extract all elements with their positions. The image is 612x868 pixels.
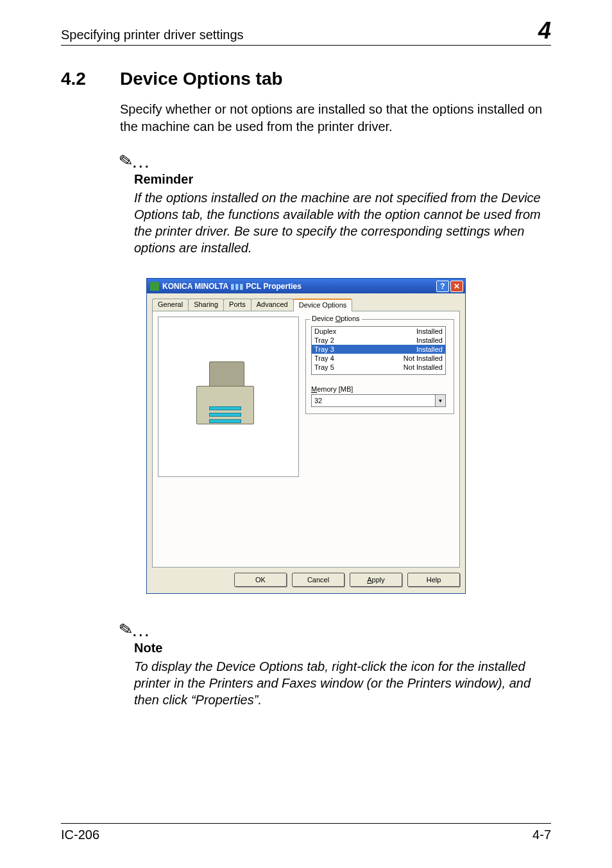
memory-dropdown[interactable]: 32 ▼ [311,394,446,407]
ok-button[interactable]: OK [234,573,287,587]
list-item[interactable]: DuplexInstalled [312,327,445,336]
cancel-button[interactable]: Cancel [292,573,344,587]
device-options-label: Device Options [310,315,362,322]
close-button[interactable]: ✕ [450,281,463,292]
running-header-text: Specifying printer driver settings [61,28,244,42]
footer-left: IC-206 [61,828,99,842]
section-number: 4.2 [61,69,99,89]
pencil-icon: ✎ [117,618,134,640]
tab-body: Device Options DuplexInstalled Tray 2Ins… [152,311,460,568]
title-bar: KONICA MINOLTA ▮▮▮ PCL Properties ? ✕ [147,279,465,293]
help-button-bottom[interactable]: Help [407,573,460,587]
apply-button[interactable]: Apply [350,573,402,587]
note-heading: Note [134,641,551,655]
list-item[interactable]: Tray 4Not Installed [312,354,445,363]
app-icon [150,282,159,291]
properties-dialog: KONICA MINOLTA ▮▮▮ PCL Properties ? ✕ Ge… [146,278,466,594]
tab-advanced[interactable]: Advanced [251,299,294,311]
chapter-number: 4 [538,19,551,42]
reminder-heading: Reminder [134,172,551,187]
printer-preview [158,317,299,477]
section-intro: Specify whether or not options are insta… [120,101,551,135]
dialog-buttons: OK Cancel Apply Help [147,573,465,593]
reminder-body: If the options installed on the machine … [134,189,551,256]
footer-right: 4-7 [532,828,551,842]
help-button[interactable]: ? [436,281,449,292]
list-item[interactable]: Tray 3Installed [312,345,445,354]
window-title: KONICA MINOLTA ▮▮▮ PCL Properties [162,282,435,291]
tab-general[interactable]: General [152,299,189,311]
pencil-icon: ✎ [117,150,134,171]
memory-value: 32 [312,397,435,404]
page-footer: IC-206 4-7 [61,823,551,842]
tab-ports[interactable]: Ports [223,299,251,311]
memory-label: Memory [MB] [311,385,448,393]
tab-strip: General Sharing Ports Advanced Device Op… [147,293,465,311]
ellipsis-icon: ... [133,625,151,639]
running-header: Specifying printer driver settings 4 [61,19,551,46]
device-options-list[interactable]: DuplexInstalled Tray 2Installed Tray 3In… [311,326,446,375]
reminder-callout: ✎... Reminder If the options installed o… [119,151,551,256]
device-options-group: Device Options DuplexInstalled Tray 2Ins… [305,319,454,414]
chevron-down-icon: ▼ [435,395,445,406]
tab-sharing[interactable]: Sharing [188,299,224,311]
list-item[interactable]: Tray 5Not Installed [312,363,445,372]
note-callout: ✎... Note To display the Device Options … [119,620,551,708]
tab-device-options[interactable]: Device Options [293,299,353,311]
section-heading: 4.2 Device Options tab [61,69,551,89]
list-item[interactable]: Tray 2Installed [312,336,445,345]
note-body: To display the Device Options tab, right… [134,658,551,708]
printer-icon [193,361,264,432]
ellipsis-icon: ... [133,156,151,170]
section-title: Device Options tab [120,69,283,89]
